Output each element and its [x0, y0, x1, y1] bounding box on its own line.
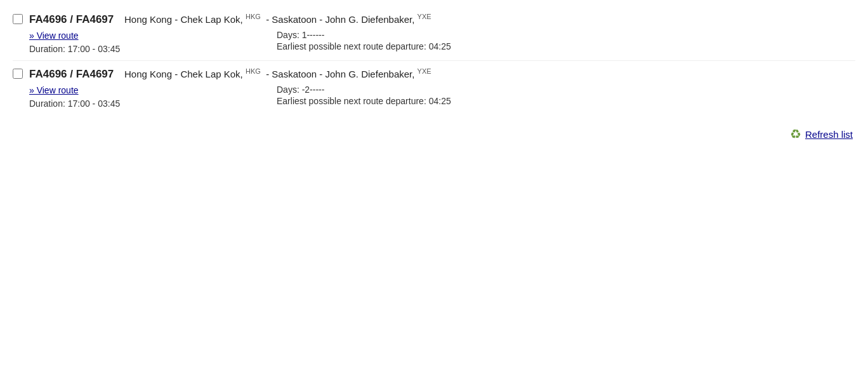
route-title: FA4696 / FA4697 Hong Kong - Chek Lap Kok…: [29, 13, 855, 26]
route-col-right: Days: -2----- Earliest possible next rou…: [277, 84, 524, 109]
view-route-link[interactable]: » View route: [29, 30, 79, 41]
origin-code: HKG: [246, 13, 261, 20]
routes-container: FA4696 / FA4697 Hong Kong - Chek Lap Kok…: [13, 6, 855, 115]
route-details: » View route Duration: 17:00 - 03:45 Day…: [29, 30, 855, 54]
destination-code: YXE: [418, 13, 431, 20]
route-title: FA4696 / FA4697 Hong Kong - Chek Lap Kok…: [29, 67, 855, 81]
refresh-row: ♻ Refresh list: [13, 126, 855, 142]
route-col-right: Days: 1------ Earliest possible next rou…: [277, 30, 524, 54]
refresh-list-button[interactable]: Refresh list: [805, 129, 853, 140]
view-route-link[interactable]: » View route: [29, 85, 79, 95]
route-code: FA4696 / FA4697: [29, 13, 114, 25]
refresh-icon: ♻: [790, 126, 801, 142]
route-item: FA4696 / FA4697 Hong Kong - Chek Lap Kok…: [13, 6, 855, 61]
duration-info: Duration: 17:00 - 03:45: [29, 44, 120, 54]
route-checkbox-col[interactable]: [13, 69, 23, 81]
route-col-left: » View route Duration: 17:00 - 03:45: [29, 84, 277, 109]
route-content: FA4696 / FA4697 Hong Kong - Chek Lap Kok…: [29, 13, 855, 54]
route-col-left: » View route Duration: 17:00 - 03:45: [29, 30, 277, 54]
route-checkbox[interactable]: [13, 69, 23, 79]
route-item: FA4696 / FA4697 Hong Kong - Chek Lap Kok…: [13, 61, 855, 115]
route-description: Hong Kong - Chek Lap Kok, HKG - Saskatoo…: [124, 69, 431, 79]
origin-code: HKG: [246, 67, 261, 75]
route-description: Hong Kong - Chek Lap Kok, HKG - Saskatoo…: [124, 14, 431, 25]
route-checkbox[interactable]: [13, 14, 23, 24]
route-content: FA4696 / FA4697 Hong Kong - Chek Lap Kok…: [29, 67, 855, 109]
days-info: Days: 1------: [277, 30, 524, 40]
duration-info: Duration: 17:00 - 03:45: [29, 98, 120, 109]
route-code: FA4696 / FA4697: [29, 68, 114, 80]
earliest-departure-info: Earliest possible next route departure: …: [277, 41, 524, 51]
destination-code: YXE: [418, 67, 431, 75]
route-details: » View route Duration: 17:00 - 03:45 Day…: [29, 84, 855, 109]
days-info: Days: -2-----: [277, 84, 524, 95]
earliest-departure-info: Earliest possible next route departure: …: [277, 96, 524, 106]
route-checkbox-col[interactable]: [13, 14, 23, 26]
